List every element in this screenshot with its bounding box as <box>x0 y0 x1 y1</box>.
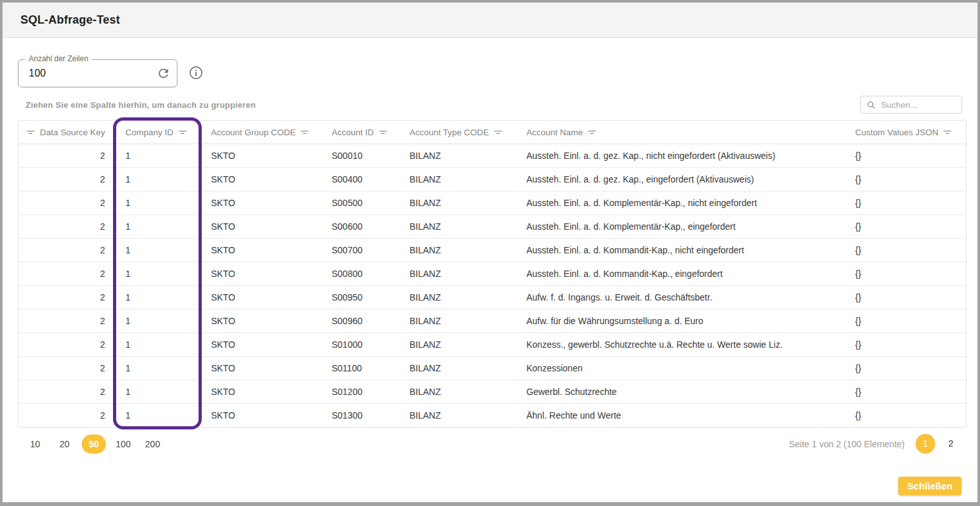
search-box[interactable] <box>860 96 962 114</box>
cell-account-group-code: SKTO <box>201 215 322 239</box>
cell-account-name: Gewerbl. Schutzrechte <box>516 380 845 404</box>
cell-account-type-code: BILANZ <box>400 286 516 309</box>
cell-account-type-code: BILANZ <box>400 404 516 428</box>
page-button-2[interactable]: 2 <box>941 434 961 454</box>
filter-icon[interactable] <box>943 128 952 137</box>
cell-data-source-key: 2 <box>19 357 116 380</box>
cell-account-name: Aussteh. Einl. a. d. Komplementär-Kap., … <box>516 191 845 215</box>
cell-data-source-key: 2 <box>19 215 116 239</box>
cell-account-id: S00950 <box>322 286 400 309</box>
pager-info: Seite 1 von 2 (100 Elemente) <box>789 439 905 449</box>
pager-navigation: Seite 1 von 2 (100 Elemente) 12 <box>789 434 962 454</box>
cell-account-type-code: BILANZ <box>400 357 516 380</box>
table-row: 21SKTOS00010BILANZAussteh. Einl. a. d. g… <box>19 144 967 168</box>
column-header-custom-values-json[interactable]: Custom Values JSON <box>845 121 967 144</box>
cell-company-id: 1 <box>116 309 201 333</box>
cell-data-source-key: 2 <box>19 380 116 404</box>
query-controls: Anzahl der Zeilen <box>18 59 962 87</box>
cell-account-id: S00600 <box>322 215 400 239</box>
cell-account-type-code: BILANZ <box>400 239 516 262</box>
cell-account-id: S00960 <box>322 309 400 333</box>
column-label: Data Source Key <box>40 128 105 137</box>
cell-data-source-key: 2 <box>19 262 116 286</box>
cell-account-group-code: SKTO <box>201 144 322 168</box>
refresh-icon[interactable] <box>156 66 171 82</box>
page-size-10[interactable]: 10 <box>23 435 47 454</box>
column-header-data-source-key[interactable]: Data Source Key <box>19 121 116 144</box>
cell-account-id: S00800 <box>322 262 400 286</box>
page-size-20[interactable]: 20 <box>52 435 77 454</box>
cell-account-id: S01200 <box>322 380 400 404</box>
cell-account-name: Ähnl. Rechte und Werte <box>516 404 845 428</box>
table-row: 21SKTOS00800BILANZAussteh. Einl. a. d. K… <box>19 262 967 286</box>
column-header-account-name[interactable]: Account Name <box>516 121 845 144</box>
cell-custom-values-json: {} <box>845 215 967 239</box>
info-icon[interactable] <box>188 65 204 82</box>
filter-icon[interactable] <box>178 128 187 137</box>
group-panel-row: Ziehen Sie eine Spalte hierhin, um danac… <box>18 96 962 114</box>
cell-data-source-key: 2 <box>19 286 116 309</box>
cell-account-type-code: BILANZ <box>400 144 516 168</box>
cell-account-group-code: SKTO <box>201 286 322 309</box>
cell-custom-values-json: {} <box>845 262 967 286</box>
search-input[interactable] <box>880 100 956 110</box>
cell-company-id: 1 <box>116 333 201 357</box>
cell-account-type-code: BILANZ <box>400 215 516 239</box>
cell-account-group-code: SKTO <box>201 262 322 286</box>
page-size-50[interactable]: 50 <box>82 435 106 454</box>
cell-account-name: Aussteh. Einl. a. d. Kommandit-Kap., nic… <box>516 239 845 262</box>
cell-custom-values-json: {} <box>845 309 967 333</box>
cell-account-id: S01300 <box>322 404 400 428</box>
table-row: 21SKTOS00960BILANZAufw. für die Währungs… <box>19 309 967 333</box>
cell-data-source-key: 2 <box>19 239 116 262</box>
column-header-account-type-code[interactable]: Account Type CODE <box>400 121 516 144</box>
column-label: Account Name <box>527 128 584 137</box>
page-button-1[interactable]: 1 <box>916 434 935 454</box>
cell-account-type-code: BILANZ <box>400 333 516 357</box>
cell-account-type-code: BILANZ <box>400 262 516 286</box>
filter-icon[interactable] <box>494 128 502 137</box>
table-row: 21SKTOS00950BILANZAufw. f. d. Ingangs. u… <box>19 286 967 309</box>
cell-data-source-key: 2 <box>19 404 116 428</box>
cell-company-id: 1 <box>116 404 201 428</box>
cell-account-name: Aussteh. Einl. a. d. gez. Kap., nicht ei… <box>516 144 845 168</box>
column-header-company-id[interactable]: Company ID <box>116 121 201 144</box>
cell-company-id: 1 <box>116 239 201 262</box>
cell-account-type-code: BILANZ <box>400 380 516 404</box>
filter-icon[interactable] <box>379 128 388 137</box>
cell-account-name: Aussteh. Einl. a. d. Kommandit-Kap., ein… <box>516 262 845 286</box>
page-size-100[interactable]: 100 <box>111 435 135 454</box>
cell-account-id: S00500 <box>322 191 400 215</box>
cell-company-id: 1 <box>116 286 201 309</box>
row-count-input[interactable] <box>27 67 142 80</box>
cell-data-source-key: 2 <box>19 191 116 215</box>
filter-icon[interactable] <box>587 128 596 137</box>
filter-icon[interactable] <box>26 128 35 137</box>
table-row: 21SKTOS00700BILANZAussteh. Einl. a. d. K… <box>19 239 967 262</box>
cell-company-id: 1 <box>116 144 201 168</box>
cell-account-group-code: SKTO <box>201 168 322 191</box>
page-size-200[interactable]: 200 <box>140 435 165 454</box>
cell-account-id: S01100 <box>322 357 400 380</box>
table-row: 21SKTOS01200BILANZGewerbl. Schutzrechte{… <box>19 380 967 404</box>
cell-company-id: 1 <box>116 168 201 191</box>
cell-account-type-code: BILANZ <box>400 168 516 191</box>
cell-company-id: 1 <box>116 215 201 239</box>
cell-custom-values-json: {} <box>845 333 967 357</box>
table-row: 21SKTOS01100BILANZKonzessionen{} <box>19 357 967 380</box>
data-grid-table: Data Source KeyCompany IDAccount Group C… <box>18 120 967 428</box>
cell-data-source-key: 2 <box>19 168 116 191</box>
column-header-account-id[interactable]: Account ID <box>322 121 400 144</box>
table-row: 21SKTOS00600BILANZAussteh. Einl. a. d. K… <box>19 215 967 239</box>
column-header-account-group-code[interactable]: Account Group CODE <box>201 121 322 144</box>
cell-data-source-key: 2 <box>19 144 116 168</box>
cell-custom-values-json: {} <box>845 239 967 262</box>
cell-account-name: Aussteh. Einl. a. d. gez. Kap., eingefor… <box>516 168 845 191</box>
cell-account-name: Aufw. f. d. Ingangs. u. Erweit. d. Gesch… <box>516 286 845 309</box>
cell-account-group-code: SKTO <box>201 333 322 357</box>
cell-account-group-code: SKTO <box>201 191 322 215</box>
filter-icon[interactable] <box>300 128 309 137</box>
close-button[interactable]: Schließen <box>898 477 961 495</box>
table-row: 21SKTOS00500BILANZAussteh. Einl. a. d. K… <box>19 191 967 215</box>
cell-account-group-code: SKTO <box>201 309 322 333</box>
